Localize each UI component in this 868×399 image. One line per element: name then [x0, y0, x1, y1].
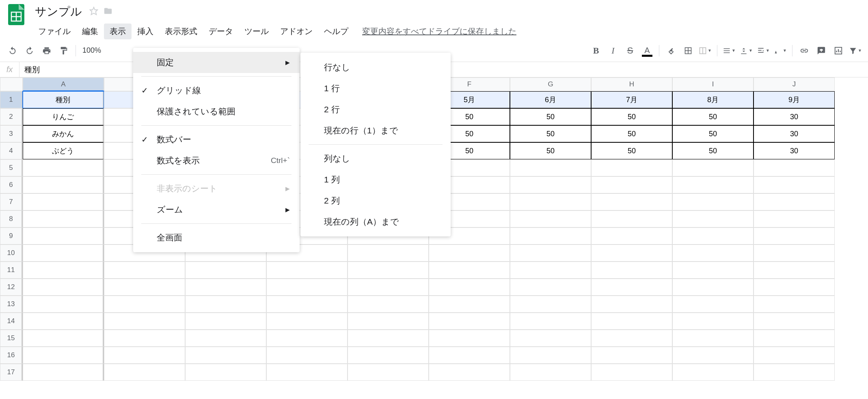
menu-addons[interactable]: アドオン — [274, 24, 318, 39]
cell-A13[interactable] — [23, 296, 104, 313]
strikethrough-button[interactable]: S — [622, 43, 638, 58]
col-header-H[interactable]: H — [591, 77, 672, 91]
cell-A3[interactable]: みかん — [23, 125, 104, 142]
cell-C16[interactable] — [185, 347, 266, 364]
cell-J4[interactable]: 30 — [754, 142, 835, 159]
cell-J15[interactable] — [754, 330, 835, 347]
cell-G7[interactable] — [510, 193, 591, 210]
cell-B12[interactable] — [104, 279, 185, 296]
cell-A4[interactable]: ぶどう — [23, 142, 104, 159]
cell-D12[interactable] — [266, 279, 348, 296]
cell-E13[interactable] — [348, 296, 429, 313]
sheets-logo[interactable] — [5, 3, 28, 26]
document-title[interactable]: サンプル — [32, 3, 84, 20]
cell-C17[interactable] — [185, 364, 266, 381]
cell-J16[interactable] — [754, 347, 835, 364]
cell-B14[interactable] — [104, 313, 185, 330]
freeze-current-col[interactable]: 現在の列（A）まで — [300, 211, 451, 232]
cell-E15[interactable] — [348, 330, 429, 347]
cell-D11[interactable] — [266, 262, 348, 279]
row-header-8[interactable]: 8 — [0, 210, 23, 227]
cell-A8[interactable] — [23, 210, 104, 227]
merge-cells-button[interactable]: ▼ — [697, 43, 713, 58]
row-header-4[interactable]: 4 — [0, 142, 23, 159]
menu-file[interactable]: ファイル — [32, 24, 76, 39]
select-all-corner[interactable] — [0, 77, 23, 91]
cell-J10[interactable] — [754, 245, 835, 262]
cell-I16[interactable] — [672, 347, 754, 364]
cell-I13[interactable] — [672, 296, 754, 313]
row-header-9[interactable]: 9 — [0, 227, 23, 245]
horizontal-align-button[interactable]: ▼ — [721, 43, 737, 58]
cell-I15[interactable] — [672, 330, 754, 347]
cell-G5[interactable] — [510, 159, 591, 176]
menu-tools[interactable]: ツール — [239, 24, 274, 39]
cell-C12[interactable] — [185, 279, 266, 296]
cell-E14[interactable] — [348, 313, 429, 330]
menu-edit[interactable]: 編集 — [76, 24, 104, 39]
cell-E10[interactable] — [348, 245, 429, 262]
cell-E11[interactable] — [348, 262, 429, 279]
cell-I12[interactable] — [672, 279, 754, 296]
row-header-17[interactable]: 17 — [0, 364, 23, 381]
cell-B16[interactable] — [104, 347, 185, 364]
menu-item-fullscreen[interactable]: 全画面 — [133, 227, 300, 248]
freeze-1-col[interactable]: 1 列 — [300, 169, 451, 190]
cell-D17[interactable] — [266, 364, 348, 381]
cell-H5[interactable] — [591, 159, 672, 176]
cell-F13[interactable] — [429, 296, 510, 313]
row-header-12[interactable]: 12 — [0, 279, 23, 296]
menu-item-show-formulas[interactable]: 数式を表示 Ctrl+` — [133, 150, 300, 171]
cell-J13[interactable] — [754, 296, 835, 313]
text-wrap-button[interactable]: ▼ — [756, 43, 771, 58]
cell-H10[interactable] — [591, 245, 672, 262]
cell-A14[interactable] — [23, 313, 104, 330]
cell-J3[interactable]: 30 — [754, 125, 835, 142]
borders-button[interactable] — [680, 43, 696, 58]
cell-C13[interactable] — [185, 296, 266, 313]
cell-J11[interactable] — [754, 262, 835, 279]
cell-B17[interactable] — [104, 364, 185, 381]
cell-I8[interactable] — [672, 210, 754, 227]
freeze-no-rows[interactable]: 行なし — [300, 57, 451, 78]
cell-H13[interactable] — [591, 296, 672, 313]
cell-A9[interactable] — [23, 227, 104, 245]
cell-H14[interactable] — [591, 313, 672, 330]
cell-H12[interactable] — [591, 279, 672, 296]
cell-J8[interactable] — [754, 210, 835, 227]
cell-G14[interactable] — [510, 313, 591, 330]
cell-G16[interactable] — [510, 347, 591, 364]
cell-I3[interactable]: 50 — [672, 125, 754, 142]
redo-button[interactable] — [22, 43, 37, 58]
row-header-11[interactable]: 11 — [0, 262, 23, 279]
cell-A1[interactable]: 種別 — [23, 91, 104, 108]
cell-H2[interactable]: 50 — [591, 108, 672, 125]
row-header-6[interactable]: 6 — [0, 176, 23, 193]
star-icon[interactable] — [89, 6, 98, 17]
freeze-2-rows[interactable]: 2 行 — [300, 99, 451, 120]
cell-H4[interactable]: 50 — [591, 142, 672, 159]
print-button[interactable] — [39, 43, 54, 58]
cell-G10[interactable] — [510, 245, 591, 262]
freeze-current-row[interactable]: 現在の行（1）まで — [300, 120, 451, 141]
cell-C11[interactable] — [185, 262, 266, 279]
cell-F16[interactable] — [429, 347, 510, 364]
cell-D15[interactable] — [266, 330, 348, 347]
insert-link-button[interactable] — [797, 43, 812, 58]
cell-H3[interactable]: 50 — [591, 125, 672, 142]
cell-J17[interactable] — [754, 364, 835, 381]
cell-D14[interactable] — [266, 313, 348, 330]
cell-H1[interactable]: 7月 — [591, 91, 672, 108]
cell-I9[interactable] — [672, 227, 754, 245]
menu-item-zoom[interactable]: ズーム▶ — [133, 199, 300, 220]
cell-H17[interactable] — [591, 364, 672, 381]
cell-I1[interactable]: 8月 — [672, 91, 754, 108]
menu-format[interactable]: 表示形式 — [159, 24, 203, 39]
cell-J5[interactable] — [754, 159, 835, 176]
folder-icon[interactable] — [103, 6, 113, 17]
menu-data[interactable]: データ — [203, 24, 239, 39]
row-header-5[interactable]: 5 — [0, 159, 23, 176]
menu-help[interactable]: ヘルプ — [318, 24, 354, 39]
undo-button[interactable] — [5, 43, 20, 58]
cell-I10[interactable] — [672, 245, 754, 262]
